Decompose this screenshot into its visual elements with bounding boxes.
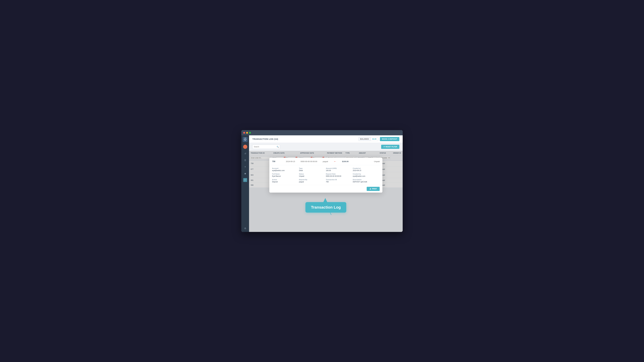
detail-label: Created at [353, 167, 380, 169]
detail-item: Full Name Eyal Barozz [272, 173, 299, 177]
reset-filter-button[interactable]: ↺ RESET FILTER [381, 145, 399, 149]
filter-bar: 🔍 ↺ RESET FILTER [249, 143, 403, 151]
detail-item: Account eyal@webiz.com [272, 167, 299, 171]
balance-label: BALANCE [358, 137, 370, 141]
detail-label: Type [299, 167, 326, 169]
logo: 365DROPSHI [243, 137, 248, 142]
balance-value: $0.00 [371, 137, 378, 141]
sidebar: 365DROPSHI ↺ ☰ ≡ ◆ 🛒 ⚙ [241, 135, 249, 232]
sidebar-item-orders[interactable]: ◆ [243, 171, 247, 175]
detail-value: 2019-09-15 [353, 170, 380, 171]
print-icon: 🖨 [370, 188, 371, 190]
detail-item: Action Deposit [272, 179, 299, 183]
detail-value: eyal@webiz.com [272, 170, 299, 171]
make-deposit-button[interactable]: MAKE A DEPOSIT [380, 137, 399, 141]
modal-tx-date: 2019-09-15 [286, 160, 295, 163]
detail-label: Full Name [272, 173, 299, 175]
detail-label: Deposit By [299, 179, 326, 180]
page-title: TRANSACTION LOG (14) [252, 138, 278, 140]
modal-details: Account eyal@webiz.com Type Debit Amount… [269, 165, 382, 185]
sidebar-item-list[interactable]: ≡ [243, 165, 247, 169]
detail-label: Created by [353, 173, 380, 175]
main-content: TRANSACTION LOG (14) BALANCE $0.00 MAKE … [249, 135, 403, 232]
modal-tx-payment: paypal [323, 160, 328, 163]
modal-tx-id: 758 [272, 160, 280, 163]
top-bar: TRANSACTION LOG (14) BALANCE $0.00 MAKE … [249, 135, 403, 143]
detail-label: Account [272, 167, 299, 169]
reset-filter-label: RESET FILTER [386, 146, 397, 148]
sidebar-item-menu[interactable]: ☰ [243, 158, 247, 162]
minimize-button[interactable] [246, 132, 248, 134]
close-button[interactable] [243, 132, 245, 134]
detail-value: Debit [299, 170, 326, 171]
top-bar-right: BALANCE $0.00 MAKE A DEPOSIT [358, 137, 399, 141]
app-window: 365DROPSHI ↺ ☰ ≡ ◆ 🛒 ⚙ TRANSACTION LOG (… [241, 130, 403, 232]
detail-item: Created by eyal@webiz.com [353, 173, 380, 177]
detail-item: Type Debit [299, 167, 326, 171]
detail-value: Deposit [272, 181, 299, 183]
sidebar-item-settings[interactable]: ⚙ [243, 226, 247, 230]
detail-value: Unpaid [299, 175, 326, 177]
detail-value: 100.00 [326, 170, 353, 171]
detail-item: Deposit By paypal [299, 179, 326, 183]
modal-tx-amount: $100.00 [342, 160, 348, 163]
sidebar-item-refresh[interactable]: ↺ [243, 152, 247, 155]
search-icon: 🔍 [277, 146, 279, 148]
maximize-button[interactable] [249, 132, 251, 134]
modal-header: 758 2019-09-15 0000-00-00 00:00:00 paypa… [269, 158, 382, 165]
detail-value: 758 [326, 181, 353, 183]
detail-value: 0000-00-00 00:00:00 [326, 175, 353, 177]
reset-icon: ↺ [383, 146, 385, 148]
detail-item: Amount (USD) 100.00 [326, 167, 353, 171]
balance-box: BALANCE $0.00 [358, 137, 378, 141]
detail-item: Deposit Date 0000-00-00 00:00:00 [326, 173, 353, 177]
detail-value: DEPOSIT apiCredit [353, 181, 380, 183]
detail-item: Created at 2019-09-15 [353, 167, 380, 171]
detail-label: Status [299, 173, 326, 175]
detail-item: Description DEPOSIT apiCredit [353, 179, 380, 183]
print-button[interactable]: 🖨 PRINT [367, 187, 380, 191]
detail-value: paypal [299, 181, 326, 183]
detail-value: Eyal Barozz [272, 175, 299, 177]
transaction-detail-modal: 758 2019-09-15 0000-00-00 00:00:00 paypa… [269, 158, 382, 193]
modal-tx-arrow: ← [334, 160, 336, 163]
search-input[interactable] [252, 145, 280, 149]
detail-label: Deposit Date [326, 173, 353, 175]
detail-label: Description [353, 179, 380, 180]
modal-tx-approved: 0000-00-00 00:00:00 [301, 160, 317, 163]
tooltip-text: Transaction Log [311, 205, 341, 209]
search-box: 🔍 [252, 145, 280, 149]
detail-label: Action [272, 179, 299, 180]
detail-item: Status Unpaid [299, 173, 326, 177]
detail-label: Amount (USD) [326, 167, 353, 169]
modal-footer: 🖨 PRINT [269, 185, 382, 193]
modal-overlay: 758 2019-09-15 0000-00-00 00:00:00 paypa… [249, 151, 403, 232]
table-container: TRANSACTION ID CREATE DATE APPROVED DATE… [249, 151, 403, 232]
titlebar [241, 130, 403, 135]
detail-value: eyal@webiz.com [353, 175, 380, 177]
print-label: PRINT [372, 188, 377, 190]
detail-label: Transaction ID [326, 179, 353, 180]
sidebar-item-cart[interactable]: 🛒 [243, 178, 247, 182]
tooltip-bubble: Transaction Log [306, 202, 346, 213]
modal-tx-status: Unpaid [374, 160, 380, 163]
avatar[interactable] [243, 145, 247, 149]
detail-item: Transaction ID 758 [326, 179, 353, 183]
